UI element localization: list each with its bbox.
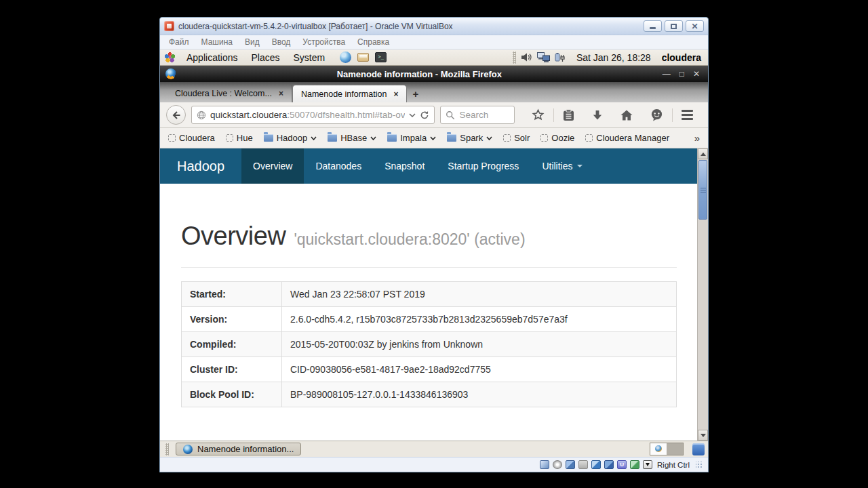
firefox-window-title: Namenode information - Mozilla Firefox: [176, 69, 663, 79]
shared-folders-icon[interactable]: [578, 460, 588, 469]
menu-machine[interactable]: Машина: [195, 37, 239, 47]
close-button[interactable]: ✕: [686, 20, 704, 32]
resize-grip[interactable]: [696, 462, 703, 468]
harddisk-icon[interactable]: [540, 460, 549, 469]
gnome-top-panel: Applications Places System >_ Sat Jan 26…: [160, 49, 708, 66]
site-identity-globe-icon[interactable]: [197, 110, 206, 120]
url-path: :50070/dfshealth.html#tab-ov: [287, 110, 405, 120]
network-icon[interactable]: [537, 52, 550, 62]
tab-namenode-information[interactable]: Namenode information ×: [292, 85, 407, 102]
tab-cloudera-live[interactable]: Cloudera Live : Welcom... ×: [167, 85, 292, 102]
nav-overview[interactable]: Overview: [241, 148, 304, 184]
bookmark-hue[interactable]: Hue: [226, 133, 253, 143]
nav-datanodes[interactable]: Datanodes: [304, 148, 373, 184]
volume-icon[interactable]: [521, 52, 532, 62]
user-menu[interactable]: cloudera: [662, 52, 704, 63]
bookmark-cloudera[interactable]: Cloudera: [168, 133, 215, 143]
tab-close-icon[interactable]: ×: [393, 90, 398, 98]
bookmark-folder-spark[interactable]: Spark: [447, 133, 492, 143]
terminal-icon[interactable]: >_: [375, 52, 387, 62]
keyboard-capture-icon[interactable]: [643, 460, 652, 469]
bookmark-folder-hadoop[interactable]: Hadoop: [264, 133, 317, 143]
search-bar[interactable]: [440, 106, 515, 124]
chat-icon[interactable]: [642, 108, 672, 121]
menu-help[interactable]: Справка: [351, 37, 395, 47]
maximize-icon: [671, 24, 677, 29]
virtualbox-window: cloudera-quickstart-vm-5.4.2-0-virtualbo…: [159, 17, 709, 472]
display-icon[interactable]: [591, 460, 601, 469]
tab-close-icon[interactable]: ×: [279, 89, 283, 98]
applet-drag-handle[interactable]: [513, 52, 516, 64]
ff-maximize-button[interactable]: □: [679, 69, 684, 79]
workspace-2[interactable]: [667, 443, 683, 455]
features-icon[interactable]: [630, 460, 639, 469]
downloads-icon[interactable]: [583, 110, 612, 121]
heading-divider: [181, 267, 677, 268]
web-browser-icon[interactable]: [340, 52, 351, 63]
hadoop-navbar: Hadoop Overview Datanodes Snapshot Start…: [160, 148, 697, 184]
bookmarks-toolbar: Cloudera Hue Hadoop HBase Impala Spark S…: [160, 128, 708, 148]
menu-devices[interactable]: Устройства: [296, 37, 351, 47]
favicon-placeholder-icon: [503, 134, 511, 142]
reload-icon[interactable]: [420, 110, 429, 120]
workspace-1[interactable]: [650, 443, 667, 455]
bookmark-solr[interactable]: Solr: [503, 133, 530, 143]
clock[interactable]: Sat Jan 26, 18:28: [568, 52, 659, 63]
browser-content: Hadoop Overview Datanodes Snapshot Start…: [160, 148, 708, 441]
places-menu[interactable]: Places: [246, 52, 285, 63]
bookmark-cloudera-manager[interactable]: Cloudera Manager: [585, 133, 669, 143]
minimize-icon: [650, 27, 656, 29]
firefox-titlebar[interactable]: Namenode information - Mozilla Firefox ―…: [160, 66, 708, 82]
taskbar-drag-handle[interactable]: [165, 443, 169, 455]
url-bar[interactable]: quickstart.cloudera:50070/dfshealth.html…: [191, 106, 435, 124]
menu-view[interactable]: Вид: [239, 37, 266, 47]
workspace-switcher[interactable]: [650, 443, 684, 455]
row-value: 2.6.0-cdh5.4.2, r15b703c8725733b7b2813d2…: [282, 307, 677, 332]
menu-input[interactable]: Ввод: [266, 37, 297, 47]
applications-menu[interactable]: Applications: [181, 52, 243, 63]
url-dropdown-icon[interactable]: [409, 113, 416, 117]
vbox-titlebar[interactable]: cloudera-quickstart-vm-5.4.2-0-virtualbo…: [160, 18, 708, 35]
minimize-button[interactable]: [644, 20, 662, 32]
home-icon[interactable]: [612, 110, 642, 121]
row-value: Wed Jan 23 22:58:07 PST 2019: [282, 282, 677, 307]
nav-startup-progress[interactable]: Startup Progress: [436, 148, 530, 184]
gnome-bottom-panel: Namenode information...: [160, 441, 708, 457]
bookmarks-overflow-button[interactable]: »: [694, 132, 700, 144]
scroll-down-button[interactable]: [698, 430, 708, 441]
ff-close-button[interactable]: ✕: [693, 69, 700, 79]
system-menu[interactable]: System: [288, 52, 331, 63]
new-tab-button[interactable]: +: [412, 88, 418, 100]
distro-logo-icon[interactable]: [164, 52, 176, 63]
power-icon[interactable]: [555, 52, 566, 62]
bookmark-star-icon[interactable]: [523, 108, 553, 121]
vertical-scrollbar[interactable]: [697, 148, 708, 441]
scroll-up-button[interactable]: [698, 148, 708, 159]
bookmark-folder-hbase[interactable]: HBase: [328, 133, 376, 143]
menu-hamburger-icon[interactable]: [673, 110, 702, 120]
favicon-placeholder-icon: [585, 134, 593, 142]
bookmark-folder-impala[interactable]: Impala: [387, 133, 436, 143]
taskbar-window-button[interactable]: Namenode information...: [176, 443, 301, 455]
bookmark-oozie[interactable]: Oozie: [540, 133, 574, 143]
back-button[interactable]: [166, 105, 186, 125]
usb-icon[interactable]: U: [617, 460, 627, 469]
row-value: BP-989008105-127.0.0.1-1433846136903: [282, 382, 677, 407]
search-input[interactable]: [459, 110, 509, 120]
hadoop-page: Hadoop Overview Datanodes Snapshot Start…: [160, 148, 697, 441]
nav-snapshot[interactable]: Snapshot: [373, 148, 436, 184]
hadoop-brand[interactable]: Hadoop: [160, 148, 241, 184]
page-title: Overview: [181, 222, 285, 251]
bookmarks-list-icon[interactable]: [554, 109, 583, 121]
trash-icon[interactable]: [692, 443, 705, 455]
file-manager-icon[interactable]: [357, 53, 369, 62]
scrollbar-thumb[interactable]: [698, 160, 707, 220]
menu-file[interactable]: Файл: [163, 37, 195, 47]
nav-utilities[interactable]: Utilities: [530, 148, 593, 184]
maximize-button[interactable]: [665, 20, 683, 32]
url-text[interactable]: quickstart.cloudera:50070/dfshealth.html…: [210, 110, 405, 120]
optical-drive-icon[interactable]: [553, 460, 562, 469]
vm-network-icon[interactable]: [566, 460, 575, 469]
ff-minimize-button[interactable]: ―: [663, 69, 671, 79]
video-capture-icon[interactable]: [604, 460, 614, 469]
